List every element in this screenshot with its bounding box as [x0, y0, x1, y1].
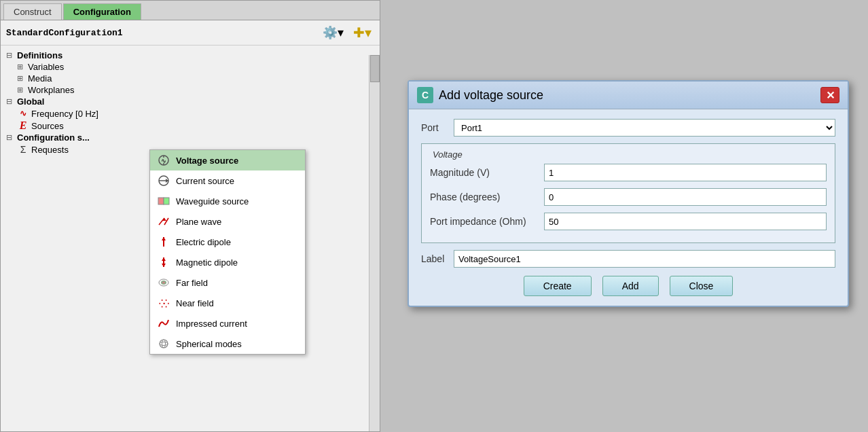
tab-bar: Construct Configuration — [1, 1, 380, 20]
expand-icon-media: ⊞ — [17, 74, 25, 83]
menu-item-current-source[interactable]: Current source — [150, 170, 305, 191]
tree-global[interactable]: ⊟ Global — [6, 96, 374, 107]
expand-icon-work: ⊞ — [17, 86, 25, 94]
port-row: Port Port1 — [421, 119, 835, 137]
menu-item-far-field[interactable]: Far field — [150, 272, 305, 293]
svg-rect-8 — [164, 198, 169, 204]
svg-text:⁛: ⁛ — [163, 300, 169, 308]
add-icon: ✚▾ — [353, 24, 372, 41]
menu-item-electric-dipole[interactable]: Electric dipole — [150, 232, 305, 252]
tree-variables[interactable]: ⊞ Variables — [17, 61, 374, 73]
tree-config[interactable]: ⊟ Configuration s... — [6, 132, 374, 143]
tab-configuration[interactable]: Configuration — [63, 3, 141, 20]
impressed-current-icon — [157, 317, 170, 330]
dropdown-menu: ∿ Voltage source Current source Waveguid… — [149, 149, 306, 355]
tree-frequency[interactable]: ∿ Frequency [0 Hz] — [17, 107, 374, 120]
near-field-icon: ⁛ ⁛ — [157, 296, 170, 310]
voltage-section: Voltage Magnitude (V) Phase (degrees) Po… — [421, 143, 835, 243]
expand-icon-vars: ⊞ — [17, 62, 25, 71]
voltage-source-label: Voltage source — [176, 156, 238, 166]
svg-line-9 — [159, 218, 164, 225]
plane-wave-icon — [157, 215, 170, 228]
impedance-label: Port impedance (Ohm) — [430, 216, 539, 227]
svg-point-24 — [162, 340, 166, 348]
expand-icon-global: ⊟ — [6, 97, 14, 106]
menu-item-magnetic-dipole[interactable]: Magnetic dipole — [150, 252, 305, 272]
voltage-source-icon: ∿ — [157, 154, 170, 167]
dialog-add-button[interactable]: Add — [602, 276, 659, 296]
tree-workplanes[interactable]: ⊞ Workplanes — [17, 84, 374, 96]
dialog-title-icon: C — [417, 87, 433, 103]
frequency-icon: ∿ — [17, 108, 29, 119]
magnitude-label: Magnitude (V) — [430, 167, 539, 178]
near-field-label: Near field — [176, 298, 214, 308]
impedance-row: Port impedance (Ohm) — [430, 213, 827, 230]
dialog-buttons: Create Add Close — [421, 276, 835, 296]
voltage-section-title: Voltage — [433, 149, 827, 160]
far-field-icon — [157, 276, 170, 289]
svg-point-23 — [160, 342, 168, 346]
label-row: Label — [421, 250, 835, 268]
tab-construct[interactable]: Construct — [3, 3, 62, 20]
create-button[interactable]: Create — [524, 276, 592, 296]
phase-input[interactable] — [544, 188, 827, 206]
menu-item-plane-wave[interactable]: Plane wave — [150, 211, 305, 232]
scrollbar-thumb[interactable] — [370, 55, 380, 82]
phase-label: Phase (degrees) — [430, 192, 539, 202]
requests-icon: Σ — [17, 144, 29, 155]
add-button[interactable]: ✚▾ — [350, 23, 374, 42]
port-label: Port — [421, 122, 448, 133]
close-button[interactable]: Close — [670, 276, 734, 296]
sources-icon: E — [17, 120, 29, 131]
svg-marker-16 — [162, 264, 166, 267]
tree-sources[interactable]: E Sources — [17, 120, 374, 132]
dialog-close-button[interactable]: ✕ — [820, 87, 839, 103]
menu-item-near-field[interactable]: ⁛ ⁛ Near field — [150, 293, 305, 313]
menu-item-voltage-source[interactable]: ∿ Voltage source — [150, 150, 305, 170]
current-source-icon — [157, 174, 170, 187]
impedance-input[interactable] — [544, 213, 827, 230]
expand-icon: ⊟ — [6, 51, 14, 60]
magnitude-input[interactable] — [544, 164, 827, 181]
magnetic-dipole-icon — [157, 255, 170, 269]
gear-button[interactable]: ⚙️▾ — [320, 24, 346, 41]
add-voltage-source-dialog: C Add voltage source ✕ Port Port1 Voltag… — [408, 80, 849, 307]
toolbar-row: StandardConfiguration1 ⚙️▾ ✚▾ — [1, 20, 380, 46]
spherical-modes-icon — [157, 337, 170, 350]
menu-item-impressed-current[interactable]: Impressed current — [150, 313, 305, 334]
label-label: Label — [421, 253, 448, 264]
tree-definitions[interactable]: ⊟ Definitions — [6, 50, 374, 61]
magnetic-dipole-label: Magnetic dipole — [176, 257, 238, 268]
phase-row: Phase (degrees) — [430, 188, 827, 206]
svg-point-22 — [160, 340, 168, 348]
gear-icon: ⚙️▾ — [323, 25, 344, 40]
scrollbar[interactable] — [369, 55, 380, 431]
menu-item-waveguide-source[interactable]: Waveguide source — [150, 191, 305, 211]
port-select[interactable]: Port1 — [454, 119, 835, 137]
config-title: StandardConfiguration1 — [6, 28, 316, 38]
svg-text:∿: ∿ — [161, 158, 166, 164]
spherical-modes-label: Spherical modes — [176, 339, 242, 349]
svg-marker-13 — [162, 237, 166, 240]
svg-rect-7 — [158, 198, 164, 204]
waveguide-source-icon — [157, 194, 170, 208]
impressed-current-label: Impressed current — [176, 319, 247, 329]
far-field-label: Far field — [176, 278, 208, 288]
tree-media[interactable]: ⊞ Media — [17, 73, 374, 84]
svg-point-19 — [162, 282, 165, 284]
waveguide-source-label: Waveguide source — [176, 196, 249, 206]
menu-item-spherical-modes[interactable]: Spherical modes — [150, 334, 305, 354]
dialog-title-text: Add voltage source — [439, 88, 815, 103]
label-input[interactable] — [454, 250, 835, 268]
dialog-titlebar: C Add voltage source ✕ — [409, 82, 848, 109]
electric-dipole-icon — [157, 235, 170, 249]
magnitude-row: Magnitude (V) — [430, 164, 827, 181]
current-source-label: Current source — [176, 176, 234, 186]
svg-marker-15 — [162, 257, 166, 261]
electric-dipole-label: Electric dipole — [176, 237, 231, 247]
plane-wave-label: Plane wave — [176, 217, 221, 227]
expand-icon-config: ⊟ — [6, 133, 14, 142]
dialog-body: Port Port1 Voltage Magnitude (V) Phase (… — [409, 109, 848, 306]
